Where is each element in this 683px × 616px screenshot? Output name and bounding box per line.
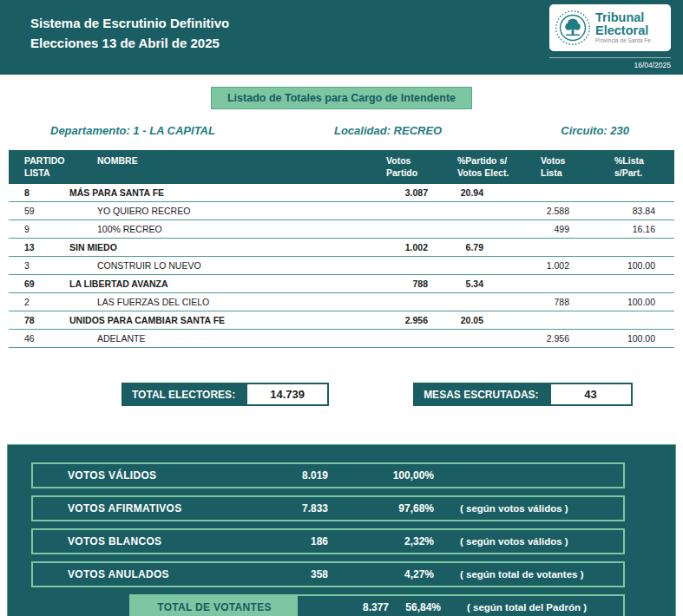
summary-row-value: 7.833: [267, 502, 328, 514]
summary-row-percent: 100,00%: [328, 469, 434, 482]
table-row: 69 LA LIBERTAD AVANZA 788 5.34: [9, 275, 674, 293]
cell-votos-partido: 1.002: [378, 242, 454, 252]
app-title: Sistema de Escrutinio Definitivo: [30, 13, 229, 33]
total-votantes-percent: 56,84%: [389, 601, 441, 613]
summary-row-label: VOTOS VÁLIDOS: [33, 469, 267, 482]
cell-numero: 2: [9, 297, 68, 307]
col-header-votos-lista: Votos Lista: [541, 155, 614, 179]
cell-nombre: LAS FUERZAS DEL CIELO: [68, 297, 378, 307]
table-row: 3 CONSTRUIR LO NUEVO 1.002 100.00: [9, 257, 674, 275]
table-row: 9 100% RECREO 499 16.16: [9, 220, 674, 239]
mesas-escrutadas-value: 43: [549, 383, 633, 406]
summary-row-value: 8.019: [267, 469, 328, 482]
summary-row-percent: 2,32%: [328, 535, 434, 547]
cell-votos-partido: 788: [378, 279, 454, 289]
cell-nombre: ADELANTE: [68, 333, 378, 344]
cell-votos-lista: 1.002: [541, 260, 614, 271]
summary-row-value: 358: [267, 568, 328, 580]
mesas-escrutadas-label: MESAS ESCRUTADAS:: [413, 383, 548, 406]
summary-row: VOTOS VÁLIDOS 8.019 100,00%: [31, 462, 625, 488]
summary-row-note: ( según votos válidos ): [434, 503, 623, 514]
cell-nombre: YO QUIERO RECREO: [68, 206, 378, 216]
summary-row: VOTOS AFIRMATIVOS 7.833 97,68% ( según v…: [31, 495, 625, 521]
cell-nombre: LA LIBERTAD AVANZA: [68, 279, 378, 289]
logo-text: Tribunal Electoral Provincia de Santa Fe: [595, 11, 651, 44]
cell-pct-partido: 6.79: [454, 242, 541, 252]
report-title-banner: Listado de Totales para Cargo de Intende…: [211, 87, 472, 109]
summary-row-percent: 4,27%: [328, 568, 434, 580]
totals-bar: TOTAL ELECTORES: 14.739 MESAS ESCRUTADAS…: [121, 383, 683, 406]
table-row: 46 ADELANTE 2.956 100.00: [9, 330, 674, 348]
tribunal-emblem-icon: [555, 10, 591, 46]
cell-votos-lista: 2.588: [541, 206, 614, 216]
cell-votos-partido: 2.956: [378, 315, 454, 325]
col-header-pct-lista: %Lista s/Part.: [614, 155, 674, 179]
cell-nombre: UNIDOS PARA CAMBIAR SANTA FE: [68, 315, 378, 325]
header-right: Tribunal Electoral Provincia de Santa Fe…: [549, 0, 683, 75]
table-row: 8 MÁS PARA SANTA FE 3.087 20.94: [9, 184, 674, 202]
cell-votos-partido: 3.087: [378, 187, 454, 198]
header-titles: Sistema de Escrutinio Definitivo Eleccio…: [30, 0, 229, 75]
location-circuito: Circuito: 230: [561, 124, 629, 137]
cell-nombre: CONSTRUIR LO NUEVO: [68, 260, 378, 271]
cell-pct-lista: 100.00: [614, 333, 674, 344]
summary-row: VOTOS ANULADOS 358 4,27% ( según total d…: [31, 561, 625, 587]
cell-pct-partido: 20.94: [454, 187, 541, 198]
cell-numero: 9: [9, 224, 68, 234]
report-date: 16/04/2025: [549, 57, 671, 69]
total-votantes-row: TOTAL DE VOTANTES 8.377 56,84% ( según t…: [129, 594, 625, 616]
location-bar: Departamento: 1 - LA CAPITAL Localidad: …: [0, 124, 683, 137]
cell-votos-lista: 788: [541, 297, 614, 307]
col-header-nombre: NOMBRE: [68, 155, 378, 167]
results-table: PARTIDO LISTA NOMBRE Votos Partido %Part…: [9, 150, 674, 348]
cell-votos-lista: 2.956: [541, 333, 614, 344]
table-row: 59 YO QUIERO RECREO 2.588 83.84: [9, 202, 674, 220]
total-electores-group: TOTAL ELECTORES: 14.739: [121, 383, 329, 406]
cell-numero: 69: [9, 279, 68, 289]
cell-pct-partido: 20.05: [454, 315, 541, 325]
table-row: 2 LAS FUERZAS DEL CIELO 788 100.00: [9, 293, 674, 311]
total-electores-label: TOTAL ELECTORES:: [121, 383, 246, 406]
summary-row-percent: 97,68%: [328, 502, 434, 514]
summary-row-note: ( según votos válidos ): [434, 536, 623, 547]
cell-pct-partido: 5.34: [454, 279, 541, 289]
cell-votos-lista: 499: [541, 224, 614, 234]
location-localidad: Localidad: RECREO: [334, 124, 442, 137]
summary-row-label: VOTOS BLANCOS: [33, 535, 267, 547]
cell-nombre: SIN MIEDO: [68, 242, 378, 252]
cell-numero: 46: [9, 333, 68, 344]
mesas-escrutadas-group: MESAS ESCRUTADAS: 43: [413, 383, 632, 406]
col-header-votos-partido: Votos Partido: [378, 155, 454, 179]
cell-pct-lista: 100.00: [614, 260, 674, 271]
cell-numero: 78: [9, 315, 68, 325]
cell-numero: 3: [9, 260, 68, 271]
total-votantes-label: TOTAL DE VOTANTES: [131, 596, 298, 616]
summary-row-value: 186: [267, 535, 328, 547]
col-header-pct-partido: %Partido s/ Votos Elect.: [454, 155, 541, 179]
summary-row-note: ( según total de votantes ): [434, 569, 623, 580]
tribunal-logo: Tribunal Electoral Provincia de Santa Fe: [549, 4, 671, 51]
cell-numero: 8: [9, 187, 68, 198]
summary-panel: VOTOS VÁLIDOS 8.019 100,00% VOTOS AFIRMA…: [7, 444, 676, 616]
logo-line1: Tribunal: [595, 11, 651, 24]
table-row: 78 UNIDOS PARA CAMBIAR SANTA FE 2.956 20…: [9, 311, 674, 330]
total-votantes-value: 8.377: [298, 601, 389, 613]
cell-nombre: 100% RECREO: [68, 224, 378, 234]
summary-row: VOTOS BLANCOS 186 2,32% ( según votos vá…: [31, 528, 625, 554]
cell-numero: 59: [9, 206, 68, 216]
cell-numero: 13: [9, 242, 68, 252]
cell-pct-lista: 83.84: [614, 206, 674, 216]
location-departamento: Departamento: 1 - LA CAPITAL: [50, 124, 215, 137]
cell-nombre: MÁS PARA SANTA FE: [68, 187, 378, 198]
total-votantes-note: ( según total del Padrón ): [441, 602, 623, 613]
results-table-header: PARTIDO LISTA NOMBRE Votos Partido %Part…: [9, 150, 674, 184]
cell-pct-lista: 100.00: [614, 297, 674, 307]
col-header-partido-lista: PARTIDO LISTA: [9, 155, 68, 179]
table-row: 13 SIN MIEDO 1.002 6.79: [9, 239, 674, 257]
app-header: Sistema de Escrutinio Definitivo Eleccio…: [0, 0, 683, 75]
summary-row-label: VOTOS ANULADOS: [33, 568, 267, 580]
logo-subtitle: Provincia de Santa Fe: [595, 38, 651, 44]
logo-line2: Electoral: [595, 24, 651, 37]
escrutinio-report-page: Sistema de Escrutinio Definitivo Eleccio…: [0, 0, 683, 616]
total-electores-value: 14.739: [246, 383, 329, 406]
